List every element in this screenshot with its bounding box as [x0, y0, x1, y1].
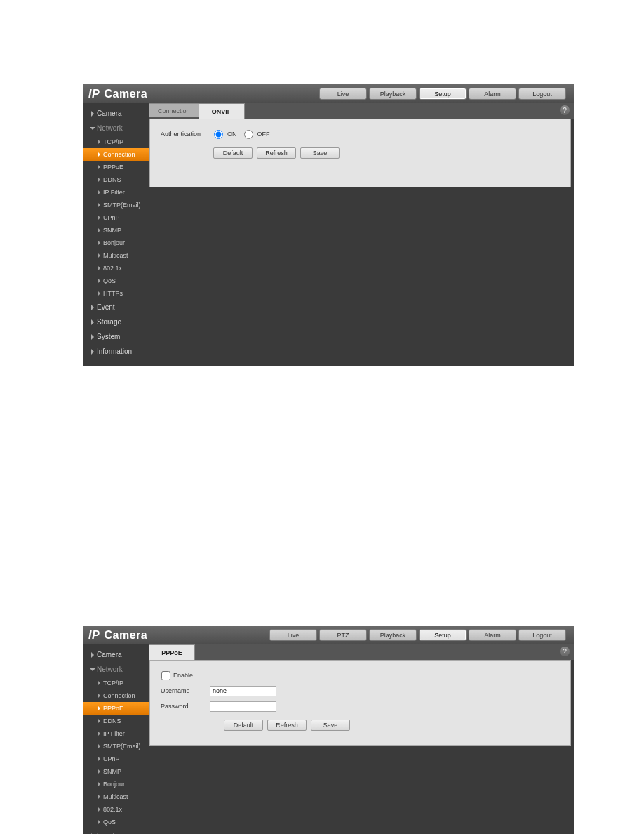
sidebar-sub-label: 802.1x	[103, 806, 122, 813]
sidebar-top-system[interactable]: System	[83, 329, 149, 344]
sidebar-top-label: Network	[97, 124, 123, 132]
default-button[interactable]: Default	[224, 720, 263, 731]
sidebar-top-event[interactable]: Event	[83, 300, 149, 315]
topnav-live[interactable]: Live	[269, 629, 317, 641]
sidebar-sub-smtp-email-[interactable]: SMTP(Email)	[83, 740, 149, 753]
sidebar-sub-multicast[interactable]: Multicast	[83, 790, 149, 803]
help-icon[interactable]: ?	[560, 105, 570, 115]
sidebar-top-camera[interactable]: Camera	[83, 647, 149, 662]
password-input[interactable]	[210, 701, 276, 712]
topnav-playback[interactable]: Playback	[369, 88, 417, 100]
sidebar: CameraNetworkTCP/IPConnectionPPPoEDDNSIP…	[83, 103, 149, 366]
tab-pppoe[interactable]: PPPoE	[149, 644, 195, 660]
refresh-button[interactable]: Refresh	[257, 147, 296, 159]
save-button[interactable]: Save	[300, 147, 340, 159]
tab-connection[interactable]: Connection	[149, 103, 199, 117]
chevron-icon	[98, 706, 100, 710]
topnav-alarm[interactable]: Alarm	[469, 88, 516, 100]
chevron-icon	[98, 291, 100, 296]
chevron-icon	[98, 820, 100, 824]
app-screen-onvif: IP Camera LivePlaybackSetupAlarmLogout C…	[83, 84, 574, 366]
sidebar-sub-label: Connection	[103, 692, 135, 699]
chevron-icon	[98, 203, 100, 207]
sidebar-top-network[interactable]: Network	[83, 121, 149, 135]
default-button[interactable]: Default	[213, 147, 253, 159]
sidebar-sub-ddns[interactable]: DDNS	[83, 173, 149, 186]
sidebar-sub-upnp[interactable]: UPnP	[83, 211, 149, 224]
app-logo: IP Camera	[88, 88, 147, 100]
topnav-playback[interactable]: Playback	[369, 629, 417, 641]
username-input[interactable]	[210, 686, 276, 696]
sidebar-sub-tcp-ip[interactable]: TCP/IP	[83, 677, 149, 689]
sidebar-top-storage[interactable]: Storage	[83, 315, 149, 329]
sidebar-top-event[interactable]: Event	[83, 828, 149, 834]
topnav-logout[interactable]: Logout	[518, 629, 566, 641]
sidebar-sub-snmp[interactable]: SNMP	[83, 224, 149, 237]
sidebar-sub-label: SMTP(Email)	[103, 743, 141, 750]
sidebar-sub-qos[interactable]: QoS	[83, 274, 149, 287]
sidebar-sub-label: SNMP	[103, 768, 121, 775]
sidebar-sub-snmp[interactable]: SNMP	[83, 765, 149, 778]
sidebar-sub-label: Connection	[103, 151, 135, 158]
enable-checkbox[interactable]	[161, 671, 170, 680]
sidebar-top-information[interactable]: Information	[83, 344, 149, 359]
sidebar-sub-connection[interactable]: Connection	[83, 148, 149, 161]
sidebar-sub-bonjour[interactable]: Bonjour	[83, 778, 149, 790]
sidebar-sub-pppoe[interactable]: PPPoE	[83, 702, 149, 715]
sidebar-sub-ip-filter[interactable]: IP Filter	[83, 186, 149, 199]
save-button[interactable]: Save	[311, 720, 350, 731]
sidebar-sub-pppoe[interactable]: PPPoE	[83, 161, 149, 173]
sidebar-sub-label: SNMP	[103, 227, 121, 234]
sidebar-sub-smtp-email-[interactable]: SMTP(Email)	[83, 199, 149, 211]
topnav-setup[interactable]: Setup	[419, 629, 467, 641]
app-screen-pppoe: IP Camera LivePTZPlaybackSetupAlarmLogou…	[83, 626, 574, 834]
logo-prefix: IP	[88, 88, 100, 100]
row-enable: Enable	[157, 668, 563, 683]
sidebar-top-label: Network	[97, 666, 123, 673]
sidebar-sub-label: DDNS	[103, 176, 121, 183]
sidebar-sub-802-1x[interactable]: 802.1x	[83, 262, 149, 274]
sidebar-sub-ip-filter[interactable]: IP Filter	[83, 727, 149, 740]
chevron-icon	[98, 694, 100, 698]
chevron-icon	[90, 668, 95, 671]
radio-on[interactable]	[214, 130, 223, 139]
topnav-live[interactable]: Live	[319, 88, 367, 100]
topnav-logout[interactable]: Logout	[518, 88, 566, 100]
radio-off[interactable]	[244, 130, 253, 139]
enable-label: Enable	[173, 672, 193, 679]
sidebar-sub-tcp-ip[interactable]: TCP/IP	[83, 135, 149, 148]
sidebar-sub-ddns[interactable]: DDNS	[83, 715, 149, 727]
sidebar-sub-qos[interactable]: QoS	[83, 816, 149, 828]
tab-onvif[interactable]: ONVIF	[199, 103, 245, 119]
chevron-icon	[98, 782, 100, 786]
chevron-icon	[98, 795, 100, 799]
chevron-icon	[98, 228, 100, 232]
topnav-ptz[interactable]: PTZ	[319, 629, 367, 641]
chevron-icon	[98, 732, 100, 736]
sidebar-sub-https[interactable]: HTTPs	[83, 287, 149, 300]
sidebar-sub-label: 802.1x	[103, 265, 122, 272]
chevron-icon	[98, 178, 100, 182]
sidebar-sub-label: TCP/IP	[103, 680, 123, 687]
help-icon[interactable]: ?	[560, 647, 570, 656]
chevron-icon	[98, 165, 100, 169]
sidebar-top-network[interactable]: Network	[83, 662, 149, 677]
top-nav: LivePlaybackSetupAlarmLogout	[319, 88, 568, 100]
topnav-alarm[interactable]: Alarm	[469, 629, 516, 641]
sidebar-sub-multicast[interactable]: Multicast	[83, 249, 149, 262]
sidebar-sub-label: HTTPs	[103, 290, 123, 297]
sidebar-sub-bonjour[interactable]: Bonjour	[83, 237, 149, 249]
topnav-setup[interactable]: Setup	[419, 88, 467, 100]
sidebar-sub-label: QoS	[103, 819, 116, 826]
sidebar-sub-802-1x[interactable]: 802.1x	[83, 803, 149, 816]
sidebar-sub-label: SMTP(Email)	[103, 201, 141, 208]
sidebar-top-camera[interactable]: Camera	[83, 106, 149, 121]
sidebar-sub-upnp[interactable]: UPnP	[83, 753, 149, 765]
sidebar-top-label: Event	[97, 303, 115, 311]
refresh-button[interactable]: Refresh	[267, 720, 307, 731]
chevron-icon	[98, 757, 100, 761]
tab-strip: PPPoE ?	[149, 644, 574, 660]
sidebar-sub-connection[interactable]: Connection	[83, 689, 149, 702]
sidebar: CameraNetworkTCP/IPConnectionPPPoEDDNSIP…	[83, 644, 149, 834]
content-area: ConnectionONVIF ? Authentication ON OFF	[149, 103, 574, 366]
